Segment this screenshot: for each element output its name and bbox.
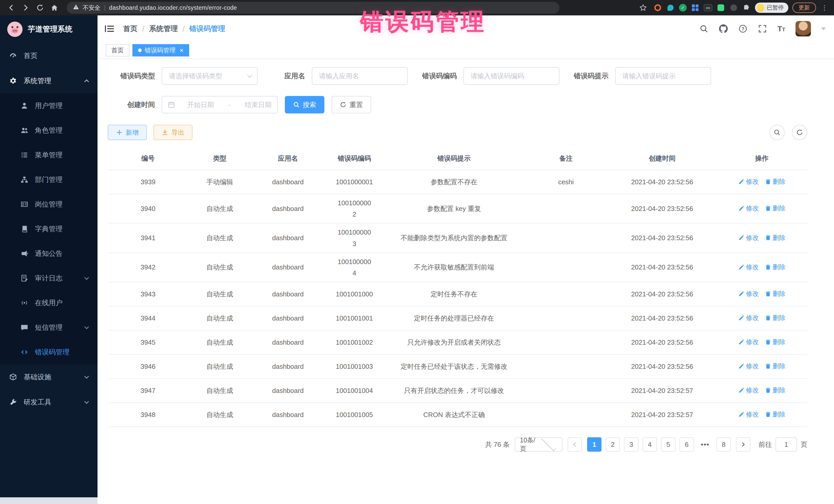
extension-icon-dark[interactable] xyxy=(729,3,738,12)
user-menu-caret-icon[interactable] xyxy=(821,27,826,30)
edit-link[interactable]: 修改 xyxy=(738,338,759,346)
page-button-8[interactable]: 8 xyxy=(717,437,731,452)
edit-link[interactable]: 修改 xyxy=(738,410,759,419)
sidebar-item-在线用户[interactable]: 在线用户 xyxy=(0,290,97,315)
page-button-5[interactable]: 5 xyxy=(661,437,675,452)
bookmark-star-icon[interactable] xyxy=(637,2,649,14)
sidebar-item-系统管理[interactable]: 系统管理 xyxy=(0,68,97,93)
edit-link[interactable]: 修改 xyxy=(738,313,759,322)
edit-link[interactable]: 修改 xyxy=(738,177,759,186)
edit-link[interactable]: 修改 xyxy=(738,234,759,242)
sidebar-item-首页[interactable]: 首页 xyxy=(0,43,97,68)
refresh-table-icon[interactable] xyxy=(792,125,807,140)
breadcrumb-home[interactable]: 首页 xyxy=(123,24,137,34)
github-icon[interactable] xyxy=(719,24,728,34)
update-button[interactable]: 更新 xyxy=(792,3,816,13)
url-bar[interactable]: 不安全 | dashboard.yudao.iocoder.cn/system/… xyxy=(67,2,559,14)
sidebar-item-错误码管理[interactable]: 错误码管理 xyxy=(0,340,97,365)
collapse-sidebar-icon[interactable] xyxy=(105,25,114,32)
app-name-input[interactable] xyxy=(318,72,402,81)
security-label[interactable]: 不安全 xyxy=(83,4,100,12)
extension-icon-on-badge[interactable]: on xyxy=(704,4,712,11)
sidebar-item-审计日志[interactable]: 审计日志 xyxy=(0,266,97,290)
edit-link[interactable]: 修改 xyxy=(738,386,759,394)
add-button[interactable]: 新增 xyxy=(108,125,147,140)
delete-link[interactable]: 删除 xyxy=(765,410,786,419)
reset-button[interactable]: 重置 xyxy=(332,96,371,113)
error-code-input[interactable] xyxy=(469,72,553,81)
home-icon[interactable] xyxy=(48,2,61,14)
profile-paused-badge[interactable]: 已暂停 xyxy=(755,3,788,13)
sidebar-item-用户管理[interactable]: 用户管理 xyxy=(0,93,97,118)
error-message-field[interactable] xyxy=(615,67,711,85)
url-text[interactable]: dashboard.yudao.iocoder.cn/system/error-… xyxy=(109,4,237,11)
user-avatar[interactable] xyxy=(795,21,811,37)
edit-link[interactable]: 修改 xyxy=(738,362,759,370)
extension-icon-check[interactable]: ✓ xyxy=(679,4,687,12)
sidebar-item-通知公告[interactable]: 通知公告 xyxy=(0,241,97,266)
error-code-type-input[interactable] xyxy=(168,72,245,81)
error-message-input[interactable] xyxy=(621,72,705,81)
extension-icon-grid[interactable] xyxy=(691,3,700,12)
delete-link[interactable]: 删除 xyxy=(765,204,786,213)
delete-link[interactable]: 删除 xyxy=(765,234,786,242)
tab-home[interactable]: 首页 xyxy=(106,44,129,57)
page-button-1[interactable]: 1 xyxy=(587,437,601,452)
app-name-field[interactable] xyxy=(312,67,408,85)
extension-icon-green[interactable] xyxy=(717,3,725,12)
fullscreen-icon[interactable] xyxy=(758,24,767,34)
cell-msg: 不允许获取敏感配置到前端 xyxy=(384,253,524,282)
page-ellipsis[interactable]: ••• xyxy=(698,437,712,452)
extension-icon-drop[interactable] xyxy=(666,3,675,12)
edit-link[interactable]: 修改 xyxy=(738,289,759,298)
delete-link[interactable]: 删除 xyxy=(765,177,786,186)
sidebar-item-研发工具[interactable]: 研发工具 xyxy=(0,390,97,415)
error-code-field[interactable] xyxy=(463,67,559,85)
page-button-2[interactable]: 2 xyxy=(606,437,620,452)
delete-link[interactable]: 删除 xyxy=(765,362,786,370)
date-range-picker[interactable]: 开始日期 - 结束日期 xyxy=(162,96,278,113)
edit-link[interactable]: 修改 xyxy=(738,204,759,213)
edit-link[interactable]: 修改 xyxy=(738,263,759,271)
end-date-placeholder[interactable]: 结束日期 xyxy=(245,100,271,109)
page-button-4[interactable]: 4 xyxy=(642,437,657,452)
forward-icon[interactable] xyxy=(20,2,32,14)
reload-icon[interactable] xyxy=(34,2,46,14)
page-button-6[interactable]: 6 xyxy=(680,437,694,452)
search-icon[interactable] xyxy=(699,24,708,34)
tab-error-code[interactable]: 错误码管理 × xyxy=(132,44,189,57)
delete-link[interactable]: 删除 xyxy=(765,313,786,322)
page-button-3[interactable]: 3 xyxy=(624,437,638,452)
extension-icon-recorder[interactable] xyxy=(653,3,662,12)
sidebar-item-字典管理[interactable]: 字典管理 xyxy=(0,217,97,241)
error-code-type-select[interactable] xyxy=(162,67,258,85)
prev-page-button[interactable] xyxy=(568,437,582,452)
page-size-select[interactable]: 10条/页 xyxy=(515,437,563,452)
search-button[interactable]: 搜索 xyxy=(285,96,324,113)
sidebar-item-短信管理[interactable]: 短信管理 xyxy=(0,315,97,340)
back-icon[interactable] xyxy=(5,2,18,14)
export-button[interactable]: 导出 xyxy=(153,125,193,140)
start-date-placeholder[interactable]: 开始日期 xyxy=(187,100,214,109)
column-header: 编号 xyxy=(108,147,188,170)
extensions-puzzle-icon[interactable] xyxy=(742,3,751,12)
next-page-button[interactable] xyxy=(736,437,750,452)
delete-link[interactable]: 删除 xyxy=(765,338,786,346)
sidebar-item-岗位管理[interactable]: 岗位管理 xyxy=(0,192,97,217)
sidebar-item-基础设施[interactable]: 基础设施 xyxy=(0,365,97,390)
delete-link[interactable]: 删除 xyxy=(765,289,786,298)
font-size-icon[interactable]: TT xyxy=(777,24,785,33)
close-tab-icon[interactable]: × xyxy=(180,47,183,53)
delete-link[interactable]: 删除 xyxy=(765,386,786,394)
delete-link[interactable]: 删除 xyxy=(765,263,786,271)
browser-menu-kebab-icon[interactable]: ⋮ xyxy=(820,4,829,12)
help-icon[interactable]: ? xyxy=(738,24,748,34)
sidebar-item-菜单管理[interactable]: 菜单管理 xyxy=(0,143,97,167)
app-logo[interactable]: 芋道管理系统 xyxy=(0,15,97,43)
sidebar-item-部门管理[interactable]: 部门管理 xyxy=(0,167,97,192)
sidebar-collapse-bar[interactable] xyxy=(0,497,97,504)
breadcrumb-system[interactable]: 系统管理 xyxy=(149,24,178,34)
sidebar-item-角色管理[interactable]: 角色管理 xyxy=(0,118,97,143)
goto-page-input[interactable] xyxy=(775,437,797,452)
show-search-toggle-icon[interactable] xyxy=(769,125,785,140)
